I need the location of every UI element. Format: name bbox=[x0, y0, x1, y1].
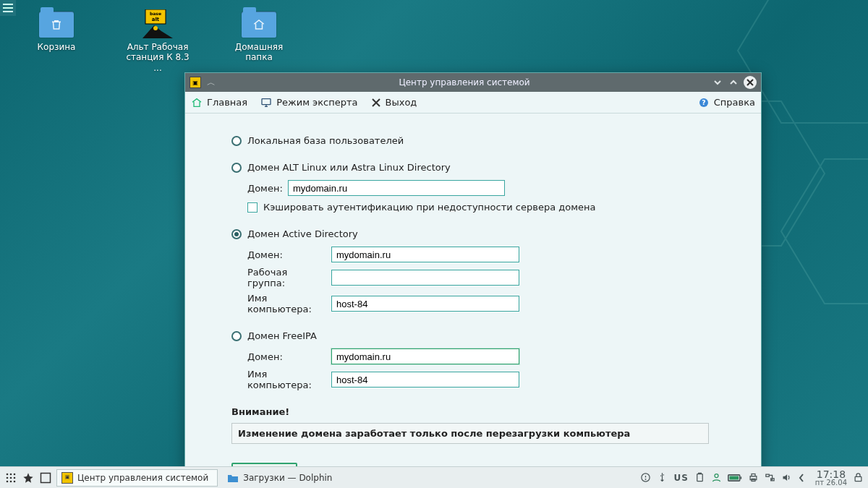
network-icon[interactable] bbox=[765, 472, 775, 483]
control-center-window: ▣ ︿ Центр управления системой Главная Ре… bbox=[184, 72, 762, 471]
app-launcher[interactable] bbox=[4, 471, 17, 484]
ad-hostname-input[interactable] bbox=[331, 296, 519, 312]
toolbar-exit[interactable]: Выход bbox=[371, 97, 417, 108]
svg-rect-26 bbox=[729, 476, 739, 479]
ipa-hostname-label: Имя компьютера: bbox=[247, 369, 327, 390]
keyboard-layout[interactable]: US bbox=[673, 473, 688, 483]
minimize-button[interactable] bbox=[712, 77, 723, 88]
clock-date: пт 26.04 bbox=[815, 479, 847, 487]
svg-text:base: base bbox=[150, 11, 161, 16]
ad-domain-label: Домен: bbox=[247, 249, 327, 260]
show-desktop-icon[interactable] bbox=[39, 471, 52, 484]
session-icon[interactable] bbox=[853, 472, 864, 483]
toolbar-home-label: Главная bbox=[207, 97, 247, 108]
radio-ad-label: Домен Active Directory bbox=[247, 228, 358, 239]
home-icon bbox=[191, 97, 203, 108]
x-icon bbox=[371, 98, 381, 108]
task-dolphin[interactable]: Загрузки — Dolphin bbox=[222, 469, 374, 487]
trash-glyph-icon bbox=[39, 12, 74, 38]
svg-rect-20 bbox=[41, 473, 51, 482]
task-control-center[interactable]: ▣ Центр управления системой bbox=[56, 469, 218, 487]
svg-point-7 bbox=[153, 26, 158, 30]
svg-point-16 bbox=[14, 476, 16, 479]
radio-alt-label: Домен ALT Linux или Astra Linux Director… bbox=[247, 162, 451, 173]
printer-icon[interactable] bbox=[748, 472, 759, 483]
close-button[interactable] bbox=[744, 76, 757, 89]
trash-icon[interactable]: Корзина bbox=[20, 9, 93, 73]
svg-point-11 bbox=[7, 473, 9, 475]
radio-local[interactable] bbox=[231, 136, 242, 146]
desktop-icons: Корзина base alt Альт Рабочая станция К … bbox=[20, 9, 295, 73]
volume-icon[interactable] bbox=[781, 472, 792, 483]
svg-rect-33 bbox=[855, 476, 861, 481]
cache-auth-label: Кэшировать аутентификацию при недоступно… bbox=[263, 202, 595, 213]
user-icon[interactable] bbox=[711, 472, 722, 483]
toolbar-home[interactable]: Главная bbox=[191, 97, 247, 108]
toolbar-expert-label: Режим эксперта bbox=[276, 97, 357, 108]
svg-rect-29 bbox=[752, 474, 755, 476]
svg-point-24 bbox=[715, 474, 718, 478]
radio-alt[interactable] bbox=[231, 163, 242, 173]
svg-point-19 bbox=[14, 480, 16, 482]
window-titlebar[interactable]: ▣ ︿ Центр управления системой bbox=[185, 73, 761, 92]
svg-marker-2 bbox=[781, 159, 868, 304]
svg-point-17 bbox=[7, 480, 9, 482]
window-toolbar: Главная Режим эксперта Выход ? Справка bbox=[185, 92, 761, 114]
svg-rect-23 bbox=[697, 474, 703, 481]
svg-point-22 bbox=[646, 479, 647, 480]
notice-title: Внимание! bbox=[231, 406, 732, 417]
svg-rect-8 bbox=[262, 98, 271, 104]
clock[interactable]: 17:18 пт 26.04 bbox=[815, 469, 847, 487]
taskbar: ▣ Центр управления системой Загрузки — D… bbox=[0, 466, 868, 488]
ad-domain-input[interactable] bbox=[331, 247, 519, 262]
help-icon: ? bbox=[698, 97, 710, 108]
folder-icon bbox=[227, 472, 239, 484]
toolbar-expert[interactable]: Режим эксперта bbox=[260, 97, 357, 108]
maximize-button[interactable] bbox=[728, 77, 739, 88]
lock-icon[interactable] bbox=[640, 472, 651, 483]
task-label: Загрузки — Dolphin bbox=[243, 473, 332, 483]
home-folder-icon[interactable]: Домашняя папка bbox=[223, 9, 295, 73]
desktop-icon-label: Альт Рабочая станция К 8.3 ... bbox=[122, 42, 194, 73]
radio-ad[interactable] bbox=[231, 229, 242, 239]
toolbar-help-label: Справка bbox=[714, 97, 755, 108]
alt-domain-label: Домен: bbox=[247, 183, 284, 194]
svg-point-12 bbox=[10, 473, 12, 475]
task-label: Центр управления системой bbox=[77, 473, 208, 483]
svg-point-14 bbox=[7, 476, 9, 479]
svg-text:?: ? bbox=[702, 98, 705, 106]
desktop-icon-label: Корзина bbox=[38, 42, 76, 52]
notice-box: Изменение домена заработает только после… bbox=[231, 423, 709, 444]
tray-chevron-icon[interactable] bbox=[798, 473, 805, 483]
home-glyph-icon bbox=[242, 12, 276, 38]
ipa-domain-label: Домен: bbox=[247, 351, 327, 362]
desktop-menu-button[interactable] bbox=[0, 0, 16, 16]
window-title: Центр управления системой bbox=[217, 77, 712, 87]
toolbar-help[interactable]: ? Справка bbox=[698, 97, 755, 108]
window-content: Локальная база пользователей Домен ALT L… bbox=[185, 114, 761, 471]
svg-rect-27 bbox=[740, 476, 741, 479]
cache-auth-checkbox[interactable] bbox=[247, 202, 258, 213]
radio-ipa-label: Домен FreeIPA bbox=[247, 330, 317, 341]
svg-point-18 bbox=[10, 480, 12, 482]
ipa-domain-input[interactable] bbox=[331, 348, 519, 364]
svg-text:alt: alt bbox=[152, 17, 160, 22]
alt-domain-input[interactable] bbox=[288, 180, 505, 196]
usb-icon[interactable] bbox=[657, 472, 668, 483]
system-tray: US 17:18 пт 26.04 bbox=[640, 469, 864, 487]
svg-rect-31 bbox=[766, 474, 769, 476]
battery-icon[interactable] bbox=[728, 474, 742, 482]
toolbar-exit-label: Выход bbox=[386, 97, 417, 108]
ad-workgroup-input[interactable] bbox=[331, 270, 519, 286]
svg-point-13 bbox=[14, 473, 16, 475]
clipboard-icon[interactable] bbox=[694, 472, 705, 483]
ad-hostname-label: Имя компьютера: bbox=[247, 293, 327, 314]
ipa-hostname-input[interactable] bbox=[331, 372, 519, 388]
monitor-icon bbox=[260, 97, 272, 108]
favorites-icon[interactable] bbox=[22, 471, 35, 484]
radio-ipa[interactable] bbox=[231, 331, 242, 341]
app-icon: ▣ bbox=[61, 472, 73, 484]
distro-icon[interactable]: base alt Альт Рабочая станция К 8.3 ... bbox=[122, 9, 194, 73]
app-icon: ▣ bbox=[190, 77, 201, 88]
titlebar-up-icon[interactable]: ︿ bbox=[205, 77, 217, 89]
